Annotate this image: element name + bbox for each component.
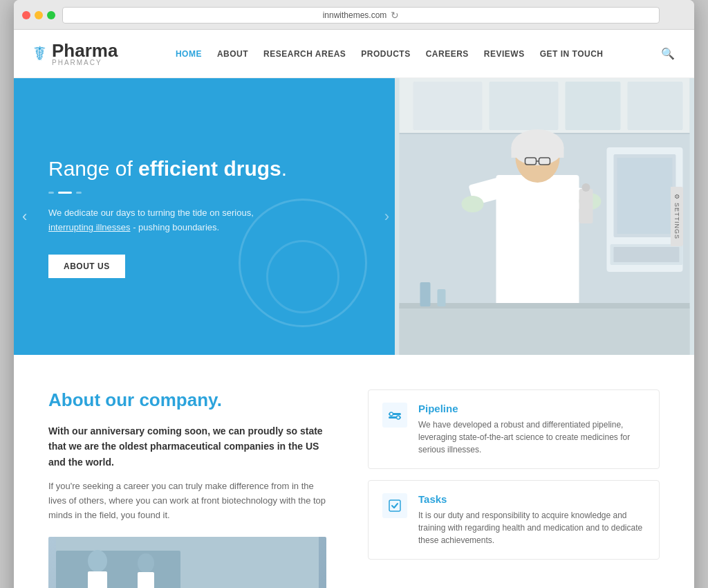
about-image bbox=[48, 537, 326, 588]
hero-right: ⚙ Settings bbox=[395, 78, 694, 355]
hero-image bbox=[395, 78, 694, 355]
svg-rect-19 bbox=[512, 147, 564, 158]
lab-illustration bbox=[395, 78, 694, 355]
svg-rect-39 bbox=[389, 500, 400, 511]
tasks-icon bbox=[382, 493, 407, 518]
svg-rect-25 bbox=[400, 306, 690, 355]
nav-reviews[interactable]: REVIEWS bbox=[484, 49, 525, 59]
hero-left: ‹ Range of efficient drugs. We dedicate … bbox=[14, 78, 395, 355]
hero-description: We dedicate our days to turning the tide… bbox=[48, 206, 283, 235]
svg-rect-2 bbox=[413, 82, 483, 130]
about-title: About our company. bbox=[48, 389, 326, 411]
nav-products[interactable]: PRODUCTS bbox=[361, 49, 410, 59]
dot-2[interactable] bbox=[58, 192, 72, 194]
about-section: About our company. With our anniversary … bbox=[14, 355, 694, 588]
svg-rect-27 bbox=[420, 282, 431, 306]
close-button[interactable] bbox=[22, 11, 30, 19]
svg-rect-9 bbox=[617, 158, 673, 234]
pipeline-content: Pipeline We have developed a robust and … bbox=[418, 403, 645, 456]
website-content: ☤ Pharma pharmacy HOME ABOUT RESEARCH AR… bbox=[14, 30, 694, 588]
main-nav: HOME ABOUT RESEARCH AREAS PRODUCTS CAREE… bbox=[176, 49, 604, 59]
reload-button[interactable]: ↻ bbox=[391, 10, 399, 21]
hero-section: ‹ Range of efficient drugs. We dedicate … bbox=[14, 78, 694, 355]
nav-home[interactable]: HOME bbox=[176, 49, 202, 59]
tasks-svg-icon bbox=[387, 498, 402, 513]
about-us-button[interactable]: About Us bbox=[48, 255, 125, 278]
about-right-panel: Pipeline We have developed a robust and … bbox=[354, 389, 660, 588]
nav-careers[interactable]: CAREERS bbox=[426, 49, 469, 59]
nav-about[interactable]: ABOUT bbox=[217, 49, 248, 59]
svg-point-37 bbox=[390, 412, 393, 416]
svg-rect-4 bbox=[566, 82, 621, 130]
about-left-panel: About our company. With our anniversary … bbox=[48, 389, 354, 588]
settings-tab[interactable]: ⚙ Settings bbox=[671, 187, 683, 246]
tasks-title: Tasks bbox=[418, 493, 645, 505]
svg-rect-28 bbox=[438, 289, 446, 306]
site-header: ☤ Pharma pharmacy HOME ABOUT RESEARCH AR… bbox=[14, 30, 694, 78]
minimize-button[interactable] bbox=[35, 11, 43, 19]
url-text: innwithemes.com bbox=[323, 10, 387, 20]
hero-title: Range of efficient drugs. bbox=[48, 155, 360, 182]
pipeline-text: We have developed a robust and different… bbox=[418, 419, 645, 456]
pipeline-title: Pipeline bbox=[418, 403, 645, 414]
svg-rect-5 bbox=[628, 82, 683, 130]
logo-icon: ☤ bbox=[33, 42, 46, 65]
hero-prev-arrow[interactable]: ‹ bbox=[22, 208, 27, 226]
address-bar[interactable]: innwithemes.com ↻ bbox=[62, 7, 660, 24]
logo-text: Pharma pharmacy bbox=[52, 42, 118, 66]
about-img-svg bbox=[48, 537, 326, 588]
svg-rect-23 bbox=[579, 189, 593, 223]
svg-point-15 bbox=[462, 196, 484, 212]
hero-next-arrow[interactable]: › bbox=[384, 208, 389, 226]
hero-dots bbox=[48, 192, 360, 194]
logo-pharmacy: pharmacy bbox=[52, 59, 118, 66]
svg-point-31 bbox=[88, 550, 107, 572]
traffic-lights bbox=[22, 11, 55, 19]
dot-1[interactable] bbox=[48, 192, 54, 194]
svg-rect-32 bbox=[88, 571, 107, 588]
maximize-button[interactable] bbox=[47, 11, 55, 19]
search-icon[interactable]: 🔍 bbox=[661, 47, 675, 60]
tasks-text: It is our duty and responsibility to acq… bbox=[418, 509, 645, 546]
svg-rect-34 bbox=[138, 572, 154, 588]
pipeline-icon bbox=[382, 403, 407, 428]
settings-icon: ⚙ bbox=[673, 194, 680, 200]
logo[interactable]: ☤ Pharma pharmacy bbox=[33, 42, 118, 66]
svg-point-24 bbox=[582, 183, 590, 192]
about-bold-description: With our anniversary coming soon, we can… bbox=[48, 423, 326, 470]
feature-pipeline: Pipeline We have developed a robust and … bbox=[368, 389, 660, 469]
logo-pharma: Pharma bbox=[52, 42, 118, 59]
svg-rect-30 bbox=[56, 551, 180, 588]
hero-link[interactable]: interrupting illnesses bbox=[48, 222, 131, 232]
dot-3[interactable] bbox=[76, 192, 82, 194]
feature-tasks: Tasks It is our duty and responsibility … bbox=[368, 480, 660, 560]
browser-chrome: innwithemes.com ↻ bbox=[14, 0, 694, 30]
nav-contact[interactable]: GET IN TOUCH bbox=[540, 49, 604, 59]
browser-window: innwithemes.com ↻ ☤ Pharma pharmacy HOME… bbox=[14, 0, 694, 588]
svg-rect-3 bbox=[490, 82, 559, 130]
nav-research[interactable]: RESEARCH AREAS bbox=[263, 49, 346, 59]
svg-point-38 bbox=[397, 416, 400, 419]
svg-rect-11 bbox=[614, 247, 680, 262]
tasks-content: Tasks It is our duty and responsibility … bbox=[418, 493, 645, 546]
pipeline-svg-icon bbox=[387, 407, 402, 423]
about-normal-description: If you're seeking a career you can truly… bbox=[48, 479, 326, 522]
svg-point-33 bbox=[138, 553, 154, 573]
